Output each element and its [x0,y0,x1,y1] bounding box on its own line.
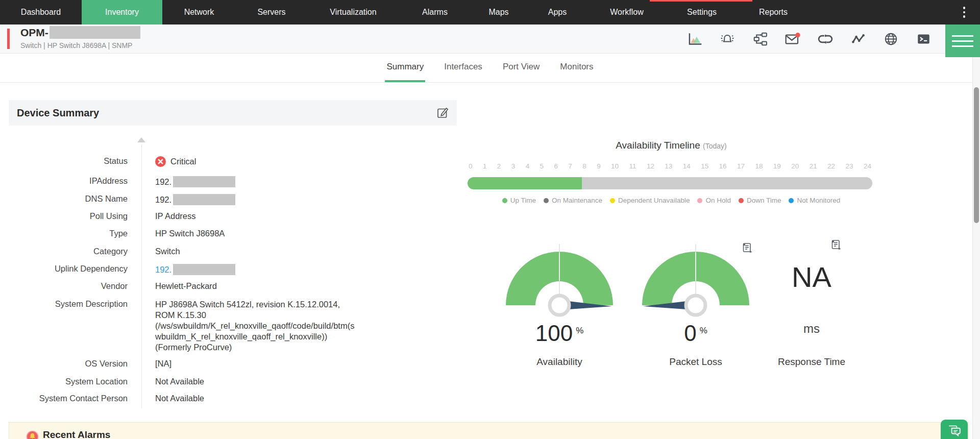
legend-dot [544,198,549,203]
edit-device-icon[interactable] [436,107,449,119]
hour-tick: 6 [554,162,558,170]
recent-alarms-title: Recent Alarms [43,429,110,439]
tab-interfaces[interactable]: Interfaces [443,53,484,82]
legend-dot [789,198,794,203]
device-tabs: SummaryInterfacesPort ViewMonitors [0,53,980,83]
field-label: System Location [9,377,128,386]
legend-dot [610,198,615,203]
tab-port-view[interactable]: Port View [501,53,541,82]
field-label: Vendor [9,281,128,291]
gauge-knob [686,296,705,315]
timeline-bar[interactable] [468,177,872,189]
mail-unread-icon[interactable] [785,32,800,46]
hour-tick: 9 [597,162,601,170]
hour-tick: 13 [665,162,672,170]
scrollbar-thumb[interactable] [974,87,979,223]
hour-tick: 16 [719,162,727,170]
hour-tick: 17 [737,162,745,170]
hour-tick: 22 [827,162,835,170]
performance-chart-icon[interactable] [687,32,702,46]
alarm-bell-icon[interactable] [720,32,735,46]
uplink-device-link[interactable]: 192. [155,265,172,275]
support-chat-button[interactable] [941,420,968,439]
nav-item-maps[interactable]: Maps [471,0,527,25]
hour-tick: 10 [611,162,619,170]
timeline-period: (Today) [703,142,727,150]
nav-item-dashboard[interactable]: Dashboard [0,0,82,25]
nav-item-workflow[interactable]: Workflow [588,0,666,25]
tab-monitors[interactable]: Monitors [558,53,595,82]
chat-icon [947,424,962,437]
field-label: Type [9,229,128,238]
field-value: Hewlett-Packard [155,281,449,291]
field-value: HP Switch J8698A [155,229,449,238]
hour-tick: 5 [540,162,544,170]
legend-dot [502,198,507,203]
nav-item-apps[interactable]: Apps [527,0,588,25]
response-time-unit: ms [761,322,863,336]
export-report-icon[interactable] [830,239,842,251]
hour-tick: 11 [629,162,636,170]
nav-overflow-menu-icon[interactable] [958,0,971,25]
terminal-icon[interactable] [916,32,931,46]
hour-tick: 1 [483,162,487,170]
nav-item-servers[interactable]: Servers [236,0,307,25]
legend-dot [697,198,702,203]
packet-loss-value: 0% [637,321,754,346]
nav-item-network[interactable]: Network [162,0,236,25]
hour-tick: 19 [773,162,781,170]
response-time-label: Response Time [761,356,863,368]
opmanager-device-page: DashboardInventoryNetworkServersVirtuali… [0,0,980,439]
page-scrollbar[interactable] [972,57,980,439]
field-label: Status [9,156,128,166]
sparkline-icon[interactable] [850,32,866,46]
device-header: OPM- Switch | HP Switch J8698A | SNMP [0,25,980,54]
timeline-title: Availability Timeline (Today) [459,140,883,151]
nav-item-inventory[interactable]: Inventory [82,0,162,25]
hour-tick: 3 [511,162,516,170]
device-subtitle: Switch | HP Switch J8698A | SNMP [20,41,132,50]
field-label: Category [9,247,128,256]
legend-item-not-monitored: Not Monitored [789,197,840,204]
hour-tick: 4 [526,162,530,170]
availability-value: 100% [501,321,618,346]
hour-tick: 15 [701,162,708,170]
hour-tick: 24 [864,162,871,170]
field-label: DNS Name [9,194,128,204]
field-label: Poll Using [9,211,128,221]
field-value: Critical [155,156,449,167]
field-value: [NA] [155,359,449,369]
topology-icon[interactable] [752,32,768,46]
legend-dot [739,198,744,203]
nav-item-reports[interactable]: Reports [738,0,808,25]
globe-icon[interactable] [883,32,898,46]
legend-item-up-time: Up Time [502,197,536,204]
field-label: Uplink Dependency [9,264,128,274]
field-value: HP J8698A Switch 5412zl, revision K.15.1… [155,299,449,353]
redacted-value [173,176,235,187]
hour-tick: 14 [683,162,691,170]
availability-gauge [501,244,618,320]
field-value: 192. [155,194,449,205]
nav-item-settings[interactable]: Settings [666,0,738,25]
severity-accent-bar [7,29,10,49]
field-value: Not Available [155,394,449,403]
recent-alarms-section: Recent Alarms [9,422,969,439]
field-value: 192. [155,176,449,187]
hour-tick: 7 [568,162,572,170]
export-report-icon[interactable] [741,242,753,254]
nav-item-alarms[interactable]: Alarms [399,0,471,25]
hour-tick: 20 [791,162,799,170]
nav-item-virtualization[interactable]: Virtualization [307,0,399,25]
rediscover-loop-icon[interactable] [818,32,833,46]
timeline-hour-ruler: 0123456789101112131415161718192021222324 [468,162,872,170]
field-label: System Contact Person [9,394,128,403]
hour-tick: 18 [755,162,763,170]
loading-progress-bar [650,0,752,2]
field-value: Not Available [155,377,449,386]
tab-summary[interactable]: Summary [385,53,425,82]
redacted-value [173,194,235,205]
hamburger-menu-button[interactable] [945,25,980,57]
hour-tick: 23 [846,162,853,170]
critical-status-icon [155,156,166,167]
